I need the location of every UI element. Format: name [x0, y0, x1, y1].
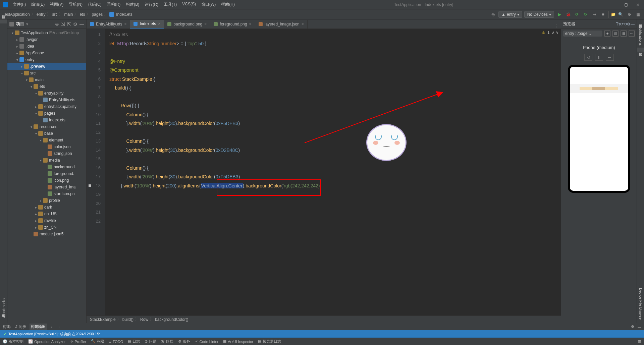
menu-file[interactable]: 文件(F)	[11, 1, 28, 8]
panel-gear-icon[interactable]: ⚙	[73, 21, 77, 27]
preview-hide-icon[interactable]: —	[631, 22, 635, 26]
search-icon[interactable]: 🔍	[617, 11, 624, 18]
refresh-icon[interactable]: ⟳	[620, 22, 624, 26]
crumb-pages[interactable]: pages	[92, 12, 103, 17]
tree-row[interactable]: Index.ets	[7, 117, 86, 123]
crumb-src[interactable]: src	[52, 12, 57, 17]
tabs-menu-icon[interactable]: ⋮	[551, 24, 561, 28]
menu-nav[interactable]: 导航(N)	[67, 1, 85, 8]
tree-row[interactable]: ▾media	[7, 157, 86, 164]
close-icon[interactable]: ✕	[635, 2, 641, 7]
tree-row[interactable]: ▸entrybackupability	[7, 103, 86, 110]
tool-services[interactable]: ⚙ 服务	[178, 339, 190, 344]
tree-row[interactable]: layered_ima	[7, 184, 86, 190]
menu-vcs[interactable]: VCS(S)	[180, 1, 198, 8]
tab-close-icon[interactable]: ×	[204, 22, 207, 26]
tree-row[interactable]: icon.png	[7, 177, 86, 184]
layout-icon[interactable]: ▥	[638, 339, 641, 344]
tab-entryability[interactable]: EntryAbility.ets×	[87, 20, 130, 28]
tool-problems[interactable]: ⊘ 问题	[145, 339, 156, 344]
crumb-row[interactable]: Row	[140, 317, 148, 322]
crumb-struct[interactable]: StackExample	[90, 317, 116, 322]
device-more-icon[interactable]: ···	[606, 54, 614, 61]
tool-code-linter[interactable]: ✓ Code Linter	[195, 339, 218, 344]
editor-body[interactable]: 12345678910111213141516171819202122 // x…	[87, 29, 561, 315]
tree-row[interactable]: string.json	[7, 150, 86, 157]
tab-close-icon[interactable]: ×	[124, 22, 126, 26]
rail-bookmarks[interactable]: Bookmarks	[1, 296, 6, 319]
preview-more-icon[interactable]: ⋯	[629, 31, 635, 37]
tree-row[interactable]: background.	[7, 164, 86, 170]
tool-todo[interactable]: ≡ TODO	[109, 340, 123, 344]
menu-window[interactable]: 窗口(W)	[199, 1, 218, 8]
crumb-main[interactable]: main	[64, 12, 73, 17]
tool-terminal[interactable]: ⌘ 终端	[161, 339, 173, 344]
next-icon[interactable]: →	[57, 325, 61, 329]
gear-icon[interactable]: ⚙	[626, 11, 633, 18]
tree-row[interactable]: ▸.idea	[7, 43, 86, 50]
code-inspection-status[interactable]: ⚠ 1 ∧ ∨	[542, 30, 559, 35]
crumb-ets[interactable]: ets	[79, 12, 85, 17]
tree-row[interactable]: ▸rawfile	[7, 217, 86, 224]
tab-close-icon[interactable]: ×	[158, 21, 160, 26]
menu-refactor[interactable]: 重构(R)	[105, 1, 123, 8]
tab-close-icon[interactable]: ×	[302, 22, 304, 26]
run-config-selector[interactable]: ▲ entry ▾	[498, 11, 522, 18]
panel-gear-icon[interactable]: ⚙	[631, 325, 634, 329]
back-icon[interactable]: ◁	[584, 54, 592, 61]
device-selector[interactable]: No Devices ▾	[524, 11, 554, 18]
crumb-file[interactable]: Index.ets	[116, 12, 132, 17]
menu-tools[interactable]: 工具(T)	[162, 1, 179, 8]
attach-icon[interactable]: ⇥	[591, 11, 598, 18]
debug-icon[interactable]: 🐞	[565, 11, 572, 18]
tree-row[interactable]: color.json	[7, 143, 86, 150]
tree-row[interactable]: ▾pages	[7, 110, 86, 117]
rail-project[interactable]: 项目	[0, 19, 7, 23]
tree-row[interactable]: ▾entryability	[7, 90, 86, 97]
font-icon[interactable]: Tт	[616, 22, 620, 26]
tab-background[interactable]: background.png×	[164, 20, 210, 28]
build-message-row[interactable]: ✔ TestApplication [PreviewBuild]: 成功的 在2…	[0, 330, 644, 338]
panel-hide-icon[interactable]: —	[79, 21, 84, 27]
tool-arkui-inspector[interactable]: ▦ ArkUI Inspector	[223, 339, 253, 344]
rail-previewer[interactable]: 预览器	[637, 48, 644, 52]
menu-help[interactable]: 帮助(H)	[219, 1, 237, 8]
rotate-icon[interactable]: ⟲	[624, 22, 627, 26]
prev-icon[interactable]: ←	[50, 325, 54, 329]
tab-layered[interactable]: layered_image.json×	[255, 20, 308, 28]
folder-icon[interactable]: 📁	[608, 11, 615, 18]
tree-row[interactable]: ▸.hvigor	[7, 36, 86, 43]
tab-close-icon[interactable]: ×	[249, 22, 252, 26]
rail-notifications[interactable]: Notifications	[638, 23, 643, 48]
preview-gear-icon[interactable]: ⚙	[627, 22, 631, 26]
expand-icon[interactable]: ⇲	[61, 21, 65, 27]
tree-row[interactable]: module.json5	[7, 231, 86, 237]
project-tree[interactable]: ▾TestApplicationE:\nana\Desktop▸.hvigor▸…	[7, 29, 86, 323]
tool-vcs[interactable]: 🕒 版本控制	[3, 339, 23, 344]
profile-icon[interactable]: ⟳	[582, 11, 589, 18]
preview-path[interactable]: entry : /page...	[563, 31, 602, 37]
tool-profiler[interactable]: ✈ Profiler	[70, 339, 87, 344]
preview-layers-icon[interactable]: ◈	[604, 31, 610, 37]
tree-row[interactable]: ▾element	[7, 137, 86, 143]
tab-foreground[interactable]: foreground.png×	[210, 20, 255, 28]
tree-row[interactable]: ▾src	[7, 70, 86, 76]
tree-row[interactable]: ▸profile	[7, 197, 86, 204]
more-icon[interactable]: ▦	[635, 11, 641, 18]
project-dropdown-icon[interactable]: ▾	[26, 22, 28, 26]
preview-stack-icon[interactable]: ▤	[612, 31, 619, 37]
tree-row[interactable]: ▾resources	[7, 123, 86, 130]
tree-row[interactable]: ▾ets	[7, 83, 86, 90]
tool-preview-log[interactable]: ▤ 预览器日志	[258, 339, 281, 344]
tree-row[interactable]: ▾TestApplicationE:\nana\Desktop	[7, 30, 86, 36]
tab-index[interactable]: Index.ets×	[130, 20, 164, 28]
rail-device-file-browser[interactable]: Device File Browser	[638, 286, 643, 323]
tool-op-analyzer[interactable]: 📈 Operation Analyzer	[28, 339, 66, 344]
target-icon[interactable]: ◎	[490, 11, 496, 18]
rail-meta-service[interactable]: 元服务体检	[637, 19, 644, 23]
crumb-project[interactable]: TestApplication	[3, 12, 30, 17]
coverage-icon[interactable]: ⟳	[574, 11, 580, 18]
tree-row[interactable]: ▾base	[7, 130, 86, 137]
sync-tab[interactable]: ↺ 同步	[14, 324, 26, 329]
maximize-icon[interactable]: ▢	[623, 2, 629, 7]
